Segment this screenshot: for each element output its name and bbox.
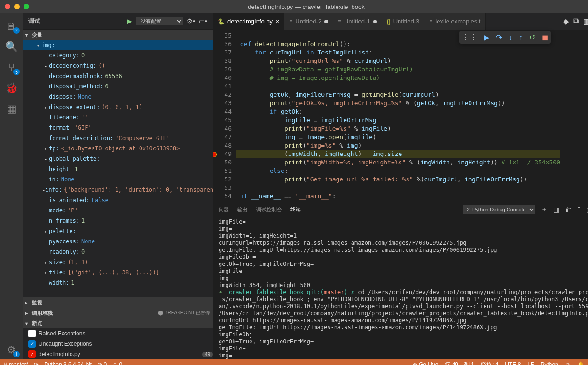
status-encoding[interactable]: UTF-8 bbox=[505, 361, 521, 365]
panel-tab[interactable]: 调试控制台 bbox=[256, 204, 282, 215]
code-editor[interactable]: 3536373839404142434445464748495051525354… bbox=[213, 30, 588, 202]
split-icon[interactable]: ⧉ bbox=[573, 17, 579, 26]
status-bar: ⑂ master* ⟳ Python 3.6.4 64-bit ⊘ 0 ⚠ 0 … bbox=[0, 359, 588, 365]
debug-header: 调试 ▶ 没有配置 ⚙• ▭• bbox=[23, 13, 213, 30]
status-eol[interactable]: LF bbox=[527, 361, 534, 365]
breakpoint-row[interactable]: ✓detectImgInfo.py49 bbox=[23, 349, 213, 359]
chevron-up-icon[interactable]: ˄ bbox=[577, 206, 580, 213]
step-out-icon[interactable]: ↑ bbox=[519, 33, 523, 42]
debug-console-icon[interactable]: ▭• bbox=[199, 17, 207, 25]
variable-row[interactable]: ▸decoderconfig:() bbox=[23, 61, 213, 71]
debug-title: 调试 bbox=[28, 17, 123, 25]
variables-section[interactable]: ▾变量 bbox=[23, 30, 213, 40]
status-bell[interactable]: 🔔 bbox=[577, 361, 584, 365]
variable-row[interactable]: is_animated:False bbox=[23, 195, 213, 205]
new-terminal-icon[interactable]: ＋ bbox=[541, 205, 548, 214]
variable-row[interactable]: pyaccess:None bbox=[23, 236, 213, 247]
variable-row[interactable]: ▸size:(1, 1) bbox=[23, 257, 213, 267]
variable-row[interactable]: ▸fp:<_io.BytesIO object at 0x10c613938> bbox=[23, 143, 213, 154]
kill-terminal-icon[interactable]: 🗑 bbox=[565, 206, 572, 213]
stop-icon[interactable]: ◼ bbox=[542, 33, 548, 42]
status-errors[interactable]: ⊘ 0 bbox=[97, 361, 107, 365]
minimize-window-icon[interactable] bbox=[14, 4, 20, 9]
close-window-icon[interactable] bbox=[5, 4, 10, 9]
variable-row[interactable]: ▾img: bbox=[23, 40, 213, 50]
search-tab[interactable]: 🔍 bbox=[0, 38, 23, 56]
step-into-icon[interactable]: ↓ bbox=[509, 33, 512, 42]
variable-row[interactable]: height:1 bbox=[23, 164, 213, 174]
breakpoint-row[interactable]: ✓Uncaught Exceptions bbox=[23, 339, 213, 349]
breakpoints-list: Raised Exceptions✓Uncaught Exceptions✓de… bbox=[23, 328, 213, 359]
variable-row[interactable]: format_description:'Compuserve GIF' bbox=[23, 133, 213, 143]
variable-row[interactable]: dispose:None bbox=[23, 92, 213, 102]
variable-row[interactable]: format:'GIF' bbox=[23, 123, 213, 133]
variable-row[interactable]: ▸tile:[('gif', (...), 38, (...))] bbox=[23, 267, 213, 278]
variable-row[interactable]: n_frames:1 bbox=[23, 216, 213, 226]
debug-sidebar: 调试 ▶ 没有配置 ⚙• ▭• ▾变量 ▾img:category:0▸deco… bbox=[23, 13, 213, 359]
terminal-select[interactable]: 2: Python Debug Console bbox=[463, 205, 535, 214]
editor-tab[interactable]: ≡Untitled-2 bbox=[284, 13, 333, 30]
title-bar: detectImgInfo.py — crawler_fablexile_boo… bbox=[0, 0, 588, 13]
editor-area: 🐍detectImgInfo.py×≡Untitled-2≡Untitled-1… bbox=[213, 13, 588, 359]
panel-tabs: 问题输出调试控制台终端2: Python Debug Console＋▥🗑˄▢× bbox=[213, 202, 588, 217]
window-controls bbox=[5, 4, 29, 9]
variable-row[interactable]: decodermaxblock:65536 bbox=[23, 71, 213, 81]
compare-icon[interactable]: ◆ bbox=[563, 17, 569, 26]
step-over-icon[interactable]: ↷ bbox=[496, 33, 502, 42]
status-spaces[interactable]: 空格: 4 bbox=[481, 361, 498, 365]
minimap[interactable] bbox=[560, 30, 588, 202]
status-position[interactable]: 行 49，列 1 bbox=[445, 361, 474, 365]
variable-row[interactable]: filename:'' bbox=[23, 112, 213, 123]
status-branch[interactable]: ⑂ master* bbox=[4, 361, 28, 365]
variable-row[interactable]: mode:'P' bbox=[23, 205, 213, 216]
gear-icon[interactable]: ⚙• bbox=[187, 17, 195, 25]
extensions-tab[interactable]: ▦ bbox=[0, 100, 23, 118]
editor-tabs: 🐍detectImgInfo.py×≡Untitled-2≡Untitled-1… bbox=[213, 13, 588, 30]
explorer-tab[interactable]: 🗎2 bbox=[0, 17, 23, 36]
drag-handle-icon[interactable]: ⋮⋮ bbox=[462, 33, 477, 42]
line-gutter: 3536373839404142434445464748495051525354 bbox=[213, 30, 236, 202]
editor-tab[interactable]: {}Untitled-3 bbox=[382, 13, 425, 30]
terminal-output[interactable]: imgFile= img= imgWidth=1, imgHeight=1 cu… bbox=[213, 217, 588, 359]
status-warnings[interactable]: ⚠ 0 bbox=[112, 361, 122, 365]
editor-tab[interactable]: ≡Untitled-1 bbox=[333, 13, 382, 30]
status-sync[interactable]: ⟳ bbox=[34, 361, 39, 365]
status-python[interactable]: Python 3.6.4 64-bit bbox=[44, 361, 92, 365]
maximize-window-icon[interactable] bbox=[24, 4, 29, 9]
activity-bar: 🗎2 🔍 ⑂5 🐞 ▦ ⚙1 bbox=[0, 13, 23, 359]
variable-row[interactable]: ▸info:{'background': 1, 'duration': 0, '… bbox=[23, 185, 213, 195]
status-feedback[interactable]: ☺ bbox=[565, 361, 571, 365]
scm-tab[interactable]: ⑂5 bbox=[0, 58, 23, 77]
variable-row[interactable]: ▸palette: bbox=[23, 226, 213, 236]
panel-tab[interactable]: 输出 bbox=[237, 204, 248, 215]
layout-icon[interactable]: ▥ bbox=[583, 17, 588, 26]
maximize-panel-icon[interactable]: ▢ bbox=[586, 206, 588, 213]
variable-row[interactable]: disposal_method:0 bbox=[23, 81, 213, 92]
start-debug-icon[interactable]: ▶ bbox=[127, 17, 132, 25]
variable-row[interactable]: im:None bbox=[23, 174, 213, 185]
watch-section[interactable]: ▸监视 bbox=[23, 297, 213, 308]
variable-row[interactable]: width:1 bbox=[23, 278, 213, 288]
split-terminal-icon[interactable]: ▥ bbox=[553, 206, 559, 213]
panel-tab[interactable]: 问题 bbox=[219, 204, 229, 215]
callstack-section[interactable]: ▸调用堆栈⬤ BREAKPOINT 已暂停 bbox=[23, 308, 213, 318]
editor-tab[interactable]: ≡lexile exmaples.t bbox=[424, 13, 486, 30]
debug-tab[interactable]: 🐞 bbox=[0, 79, 23, 98]
debug-toolbar: ⋮⋮ ▶ ↷ ↓ ↑ ↺ ◼ bbox=[459, 31, 551, 44]
code-lines[interactable]: def detectImgageInfoFromUrl(): for curIm… bbox=[236, 30, 560, 202]
settings-tab[interactable]: ⚙1 bbox=[0, 341, 23, 359]
variable-row[interactable]: ▸dispose_extent:(0, 0, 1, 1) bbox=[23, 102, 213, 112]
breakpoint-row[interactable]: Raised Exceptions bbox=[23, 328, 213, 339]
breakpoints-section[interactable]: ▾断点 bbox=[23, 318, 213, 328]
window-title: detectImgInfo.py — crawler_fablexile_boo… bbox=[29, 3, 583, 10]
status-lang[interactable]: Python bbox=[541, 361, 558, 365]
editor-tab[interactable]: 🐍detectImgInfo.py× bbox=[213, 13, 284, 30]
restart-icon[interactable]: ↺ bbox=[529, 33, 535, 42]
continue-icon[interactable]: ▶ bbox=[484, 33, 489, 42]
status-golive[interactable]: ⊚ Go Live bbox=[413, 361, 439, 365]
variable-row[interactable]: category:0 bbox=[23, 50, 213, 61]
variable-row[interactable]: ▸global_palette: bbox=[23, 154, 213, 164]
panel-tab[interactable]: 终端 bbox=[290, 204, 301, 215]
variable-row[interactable]: readonly:0 bbox=[23, 247, 213, 257]
debug-config-select[interactable]: 没有配置 bbox=[136, 17, 183, 25]
